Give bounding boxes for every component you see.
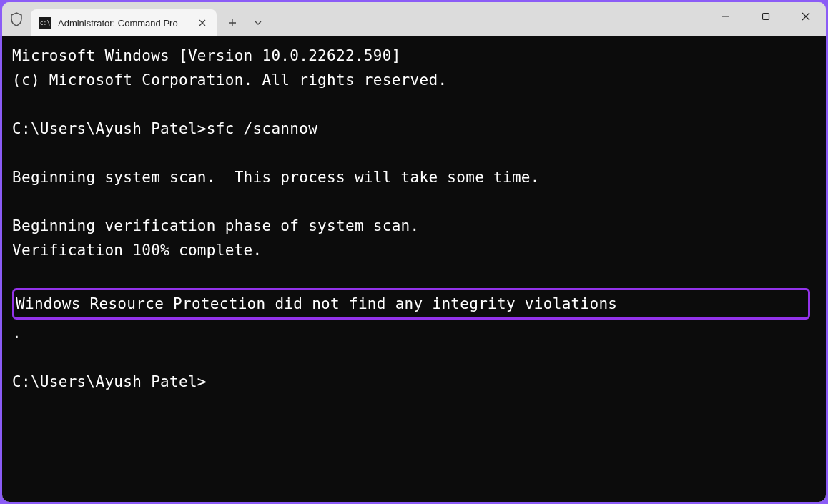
tab-dropdown-button[interactable]	[245, 11, 271, 34]
blank-line	[12, 262, 816, 287]
titlebar: c:\ Administrator: Command Pro	[2, 2, 826, 36]
cmd-icon: c:\	[39, 17, 51, 29]
tab-actions	[220, 9, 271, 36]
blank-line	[12, 92, 816, 117]
tab-close-button[interactable]	[195, 16, 210, 30]
prompt-line: C:\Users\Ayush Patel>	[12, 370, 816, 394]
tab-title: Administrator: Command Pro	[58, 18, 191, 29]
app-window: c:\ Administrator: Command Pro	[2, 2, 826, 502]
version-line: Microsoft Windows [Version 10.0.22622.59…	[12, 44, 816, 68]
result-line: Windows Resource Protection did not find…	[12, 288, 810, 320]
highlighted-result: Windows Resource Protection did not find…	[12, 287, 816, 321]
prompt-line: C:\Users\Ayush Patel>sfc /scannow	[12, 117, 816, 141]
blank-line	[12, 141, 816, 165]
verification-complete-line: Verification 100% complete.	[12, 238, 816, 262]
prompt-path: C:\Users\Ayush Patel>	[12, 117, 207, 141]
svg-rect-5	[763, 14, 769, 20]
blank-line	[12, 345, 816, 370]
terminal-content[interactable]: Microsoft Windows [Version 10.0.22622.59…	[2, 36, 826, 502]
minimize-button[interactable]	[706, 2, 746, 31]
shield-icon	[9, 12, 24, 26]
scan-begin-line: Beginning system scan. This process will…	[12, 165, 816, 189]
copyright-line: (c) Microsoft Corporation. All rights re…	[12, 68, 816, 92]
command-input: sfc /scannow	[207, 117, 317, 141]
blank-line	[12, 189, 816, 214]
maximize-button[interactable]	[746, 2, 786, 31]
close-button[interactable]	[786, 2, 826, 31]
verification-phase-line: Beginning verification phase of system s…	[12, 214, 816, 238]
new-tab-button[interactable]	[220, 11, 245, 34]
period-line: .	[12, 321, 816, 345]
window-controls	[706, 2, 826, 31]
tab-active[interactable]: c:\ Administrator: Command Pro	[31, 9, 217, 36]
